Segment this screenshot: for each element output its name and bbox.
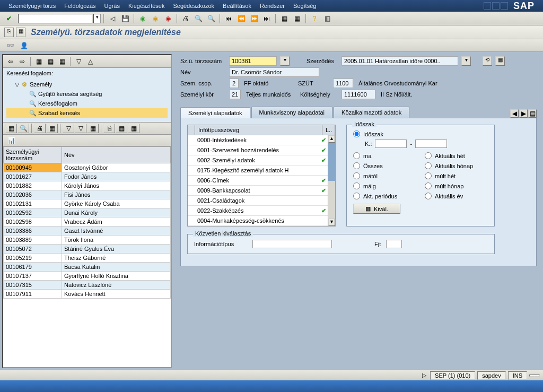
period-radio-option[interactable]: Akt. periódus [353,193,416,199]
infotype-list[interactable]: 0000-Intézkedések✔0001-Szervezeti hozzár… [187,135,336,227]
filter-up-icon[interactable]: △ [85,57,95,66]
direct-info-input[interactable] [252,240,332,248]
shortcut-button[interactable]: ▦ [291,13,303,24]
find-next-button[interactable]: 🔍 [205,13,217,24]
period-radio-option[interactable]: Aktuális hét [425,152,488,159]
scroll-down-icon[interactable]: ▼ [328,219,335,226]
radio-input[interactable] [425,182,432,189]
tab-employment[interactable]: Munkaviszony alapadatai [251,107,333,118]
title-icon-2[interactable]: ▦ [16,28,25,37]
nav-icon-1[interactable]: ▦ [33,57,44,66]
radio-idoszak[interactable] [353,130,360,137]
infotype-row[interactable]: 0009-Bankkapcsolat✔ [188,186,335,196]
header-btn-2[interactable]: ▦ [495,56,505,66]
radio-input[interactable] [353,182,360,189]
infotype-status-col[interactable]: L.. [322,125,335,135]
help-button[interactable]: ? [309,13,320,24]
table-row[interactable]: 00107315Natovicz Lászlóné [4,281,171,290]
infotype-row[interactable]: 0022-Szakképzés✔ [188,206,335,216]
table-row[interactable]: 00102131Györke Károly Csaba [4,199,171,208]
table-row[interactable]: 00106179Bacsa Katalin [4,263,171,272]
radio-input[interactable] [353,162,360,169]
header-btn-1[interactable]: ⟲ [483,56,492,66]
direct-fjt-input[interactable] [386,240,402,248]
personnel-no-help-icon[interactable]: ▾ [280,56,290,66]
command-field[interactable] [18,14,92,23]
table-row[interactable]: 00107137Györffyné Holló Krisztina [4,272,171,281]
tab-scroll-right-icon[interactable]: ▶ [519,109,528,118]
nav-back-button[interactable]: ◉ [137,13,148,24]
radio-input[interactable] [425,172,432,179]
nav-cancel-button[interactable]: ◉ [162,13,174,24]
table-row[interactable]: 00102598Vrabecz Ádám [4,217,171,227]
radio-input[interactable] [425,152,432,159]
layout-button[interactable]: ▥ [321,13,333,24]
person-table[interactable]: Személyügyi törzsszám Név 00100949Goszto… [3,146,171,367]
tab-personal[interactable]: Személyi alapadatok [180,107,250,118]
list-icon-5[interactable]: ▽ [63,124,74,133]
command-dropdown[interactable]: ▾ [93,14,101,23]
list-icon-8[interactable]: ⎘ [103,124,115,133]
contract-field[interactable]: 2005.01.01 Határozatlan időre 0000.. [341,56,458,66]
find-button[interactable]: 🔍 [192,13,204,24]
period-radio-option[interactable]: Aktuális év [425,193,488,199]
tree-root[interactable]: ▽ ⚙ Személy [6,80,168,89]
tool-glasses-icon[interactable]: 👓 [4,40,16,51]
menu-feldolgozas[interactable]: Feldolgozás [60,2,100,10]
list-icon-7[interactable]: ▦ [87,124,99,133]
status-session[interactable]: SEP (1) (010) [430,371,475,380]
nav-left-icon[interactable]: ⇦ [5,57,16,66]
prev-page-button[interactable]: ⏪ [235,13,247,24]
status-arrow-icon[interactable]: ▷ [421,372,428,379]
status-server[interactable]: sapdev [477,371,505,380]
radio-input[interactable] [353,172,360,179]
list-icon-2[interactable]: 🔍 [17,124,29,133]
col-personnel-no[interactable]: Személyügyi törzsszám [4,147,62,163]
infotype-row[interactable]: 0004-Munkaképesség-csökkenés [188,216,335,226]
list-icon-4[interactable]: ▦ [46,124,58,133]
infotype-select-col[interactable] [188,125,195,135]
menu-beallitasok[interactable]: Beállítások [218,2,256,10]
save-button[interactable]: 💾 [119,13,131,24]
infotype-scrollbar[interactable]: ▲ ▼ [328,135,335,226]
new-session-button[interactable]: ▦ [278,13,290,24]
infotype-row[interactable]: 0175-Kiegészítő személyi adatok H [188,165,335,176]
nav-right-icon[interactable]: ⇨ [17,57,28,66]
contract-dd-icon[interactable]: ▾ [461,56,471,66]
tab-public[interactable]: Közalkalmazotti adatok [334,107,409,118]
maximize-icon[interactable] [492,2,500,10]
table-row[interactable]: 00100949Gosztonyi Gábor [4,163,171,172]
print-button[interactable]: 🖨 [180,13,191,24]
tree-item-searchterm[interactable]: 🔍 Keresőfogalom [6,99,168,108]
list-icon-1[interactable]: ▦ [5,124,17,133]
menu-rendszer[interactable]: Rendszer [256,2,289,10]
back-button[interactable]: ◁ [107,13,118,24]
nav-icon-2[interactable]: ▦ [45,57,56,66]
nav-exit-button[interactable]: ◉ [150,13,161,24]
period-radio-idoszak[interactable]: Időszak [353,130,488,137]
menu-segitseg[interactable]: Segítség [289,2,320,10]
menu-kiegeszitesek[interactable]: Kiegészítések [124,2,169,10]
period-to-input[interactable] [415,140,447,148]
tool-user-icon[interactable]: 👤 [18,40,30,51]
list-icon-6[interactable]: ▽ [75,124,86,133]
tab-list-icon[interactable]: ▤ [528,109,537,118]
infotype-row[interactable]: 0000-Intézkedések✔ [188,135,335,145]
period-radio-option[interactable]: múlt hónap [425,182,488,189]
collapse-icon[interactable]: ▽ [14,81,20,88]
personnel-no-field[interactable]: 100381 [229,56,277,66]
table-row[interactable]: 00101627Fodor János [4,172,171,181]
radio-input[interactable] [425,162,432,169]
list-icon-10[interactable]: ▦ [128,124,139,133]
nav-icon-3[interactable]: ▦ [57,57,67,66]
minimize-icon[interactable] [484,2,491,10]
table-row[interactable]: 00102592Dunai Károly [4,208,171,217]
menu-segedeszkozok[interactable]: Segédeszközök [169,2,218,10]
period-radio-option[interactable]: múlt hét [425,172,488,179]
next-page-button[interactable]: ⏩ [248,13,260,24]
title-icon-1[interactable]: ⎘ [4,28,14,37]
table-row[interactable]: 00107911Kovács Henriett [4,290,171,299]
table-row[interactable]: 00102036Fisi János [4,190,171,199]
last-page-button[interactable]: ⏭ [261,13,273,24]
col-name[interactable]: Név [62,147,171,163]
